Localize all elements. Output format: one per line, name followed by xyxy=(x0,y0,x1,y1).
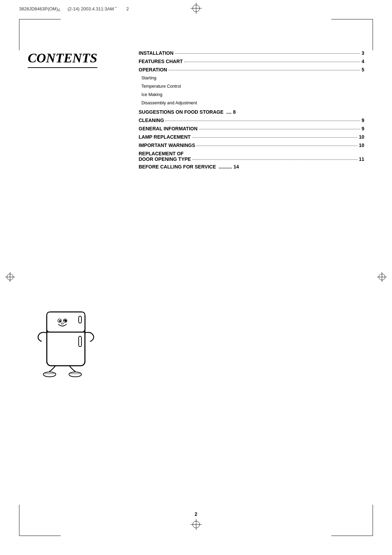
toc-list: INSTALLATION 3 FEATURES CHART 4 OPERATIO… xyxy=(125,50,364,172)
toc-label-service: BEFORE CALLING FOR SERVICE xyxy=(139,164,216,170)
toc-section-lamp: LAMP REPLACEMENT 10 xyxy=(139,134,364,140)
toc-item-suggestions: SUGGESTIONS ON FOOD STORAGE .... 8 xyxy=(139,109,364,115)
main-content: CONTENTS INSTALLATION 3 FEATURES CHART 4 xyxy=(28,50,364,172)
toc-dots-installation xyxy=(175,53,360,54)
toc-label-lamp: LAMP REPLACEMENT xyxy=(139,134,191,140)
version-info: (2-14) 2003.4.311:3AM ˜ xyxy=(68,6,117,11)
toc-section-cleaning: CLEANING 9 xyxy=(139,118,364,123)
toc-dots-door-opening xyxy=(192,159,358,160)
toc-page-cleaning: 9 xyxy=(361,118,364,123)
toc-section-suggestions: SUGGESTIONS ON FOOD STORAGE .... 8 xyxy=(139,109,364,115)
toc-section-operation: OPERATION 5 Starting Temperature Control… xyxy=(139,67,364,106)
toc-page-door-opening: 11 xyxy=(359,156,364,162)
toc-dots-operation xyxy=(168,70,360,70)
toc-page-suggestions: 8 xyxy=(233,109,236,115)
file-info: 3828JD8463P(OM)¿ xyxy=(19,6,61,11)
toc-item-lamp: LAMP REPLACEMENT 10 xyxy=(139,134,364,140)
crosshair-top-center xyxy=(191,3,202,15)
toc-dots-suggestions: .... xyxy=(225,109,232,115)
toc-page-features-chart: 4 xyxy=(361,59,364,64)
left-column: CONTENTS xyxy=(28,50,125,172)
top-rule-left xyxy=(19,19,61,19)
crosshair-right-mid xyxy=(377,272,387,283)
toc-page-operation: 5 xyxy=(361,67,364,72)
toc-section-installation: INSTALLATION 3 xyxy=(139,50,364,56)
toc-label-features-chart: FEATURES CHART xyxy=(139,59,183,64)
toc-dots-cleaning xyxy=(165,121,360,121)
svg-point-20 xyxy=(69,372,81,377)
toc-item-general-info: GENERAL INFORMATION 9 xyxy=(139,126,364,131)
svg-point-16 xyxy=(59,320,61,322)
toc-item-door-opening: DOOR OPENING TYPE 11 xyxy=(139,156,364,162)
toc-dots-features-chart xyxy=(184,62,360,62)
toc-sub-temperature: Temperature Control xyxy=(139,83,364,90)
toc-label-door-opening: DOOR OPENING TYPE xyxy=(139,156,191,162)
toc-label-warnings: IMPORTANT WARNINGS xyxy=(139,142,195,148)
toc-label-replacement-line1: REPLACEMENT OF xyxy=(139,151,364,156)
toc-page-lamp: 10 xyxy=(359,134,364,140)
bottom-rule-right xyxy=(331,536,373,536)
toc-page-warnings: 10 xyxy=(359,142,364,148)
top-rule-right xyxy=(331,19,373,19)
page-ref-top: 2 xyxy=(127,6,129,11)
toc-page-installation: 3 xyxy=(361,50,364,56)
toc-dots-service: .......... xyxy=(217,164,232,170)
page: 3828JD8463P(OM)¿ (2-14) 2003.4.311:3AM ˜… xyxy=(0,0,392,555)
header-bar: 3828JD8463P(OM)¿ (2-14) 2003.4.311:3AM ˜… xyxy=(19,6,129,11)
toc-item-cleaning: CLEANING 9 xyxy=(139,118,364,123)
page-number: 2 xyxy=(195,511,198,517)
toc-dots-general-info xyxy=(199,129,360,129)
toc-label-cleaning: CLEANING xyxy=(139,118,164,123)
toc-page-general-info: 9 xyxy=(361,126,364,131)
left-rule-bottom xyxy=(19,505,19,536)
toc-section-warnings: IMPORTANT WARNINGS 10 xyxy=(139,142,364,148)
fridge-illustration xyxy=(28,302,107,378)
toc-label-operation: OPERATION xyxy=(139,67,167,72)
svg-point-19 xyxy=(43,372,56,377)
toc-item-features-chart: FEATURES CHART 4 xyxy=(139,59,364,64)
toc-label-suggestions: SUGGESTIONS ON FOOD STORAGE xyxy=(139,109,224,115)
toc-section-general-info: GENERAL INFORMATION 9 xyxy=(139,126,364,131)
toc-item-installation: INSTALLATION 3 xyxy=(139,50,364,56)
crosshair-bottom-center xyxy=(191,519,202,531)
right-rule-top xyxy=(373,19,373,50)
toc-item-warnings: IMPORTANT WARNINGS 10 xyxy=(139,142,364,148)
toc-dots-lamp xyxy=(192,137,358,138)
crosshair-left-mid xyxy=(5,272,15,283)
toc-sub-disassembly: Disassembly and Adjustment xyxy=(139,99,364,106)
toc-section-service: BEFORE CALLING FOR SERVICE .......... 14 xyxy=(139,164,364,170)
left-rule-top xyxy=(19,19,19,50)
toc-dots-warnings xyxy=(197,146,357,146)
toc-item-service: BEFORE CALLING FOR SERVICE .......... 14 xyxy=(139,164,364,170)
toc-sub-starting: Starting xyxy=(139,75,364,81)
contents-title: CONTENTS xyxy=(28,50,97,68)
toc-label-installation: INSTALLATION xyxy=(139,50,174,56)
bottom-rule-left xyxy=(19,536,61,536)
toc-label-general-info: GENERAL INFORMATION xyxy=(139,126,198,131)
toc-section-features-chart: FEATURES CHART 4 xyxy=(139,59,364,64)
right-rule-bottom xyxy=(373,505,373,536)
toc-page-service: 14 xyxy=(234,164,239,170)
toc-sub-ice: Ice Making xyxy=(139,91,364,98)
toc-section-replacement: REPLACEMENT OF DOOR OPENING TYPE 11 xyxy=(139,151,364,162)
toc-item-operation: OPERATION 5 xyxy=(139,67,364,72)
